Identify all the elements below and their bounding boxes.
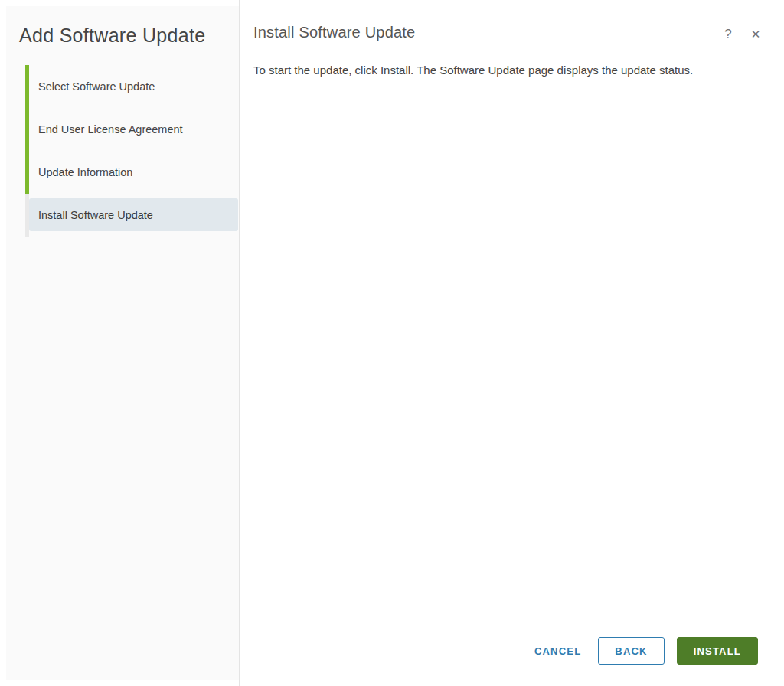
close-icon[interactable]: ✕ — [746, 25, 765, 44]
wizard-steps: Select Software Update End User License … — [25, 65, 239, 237]
wizard-sidebar: Add Software Update Select Software Upda… — [6, 6, 239, 680]
help-icon[interactable]: ? — [719, 25, 737, 44]
step-label[interactable]: End User License Agreement — [29, 113, 238, 145]
cancel-button[interactable]: CANCEL — [530, 637, 586, 665]
step-label[interactable]: Install Software Update — [29, 198, 238, 231]
back-button[interactable]: BACK — [598, 637, 664, 665]
step-update-information[interactable]: Update Information — [25, 151, 239, 194]
sidebar-divider — [239, 0, 240, 686]
step-select-software-update[interactable]: Select Software Update — [25, 65, 239, 108]
footer-actions: CANCEL BACK INSTALL — [530, 637, 758, 665]
step-install-software-update[interactable]: Install Software Update — [25, 194, 239, 237]
step-label[interactable]: Update Information — [29, 155, 238, 188]
wizard-title: Add Software Update — [19, 24, 205, 47]
instruction-text: To start the update, click Install. The … — [253, 62, 737, 79]
install-button[interactable]: INSTALL — [677, 637, 758, 665]
step-end-user-license-agreement[interactable]: End User License Agreement — [25, 108, 239, 151]
step-label[interactable]: Select Software Update — [29, 70, 238, 103]
page-title: Install Software Update — [253, 24, 415, 41]
